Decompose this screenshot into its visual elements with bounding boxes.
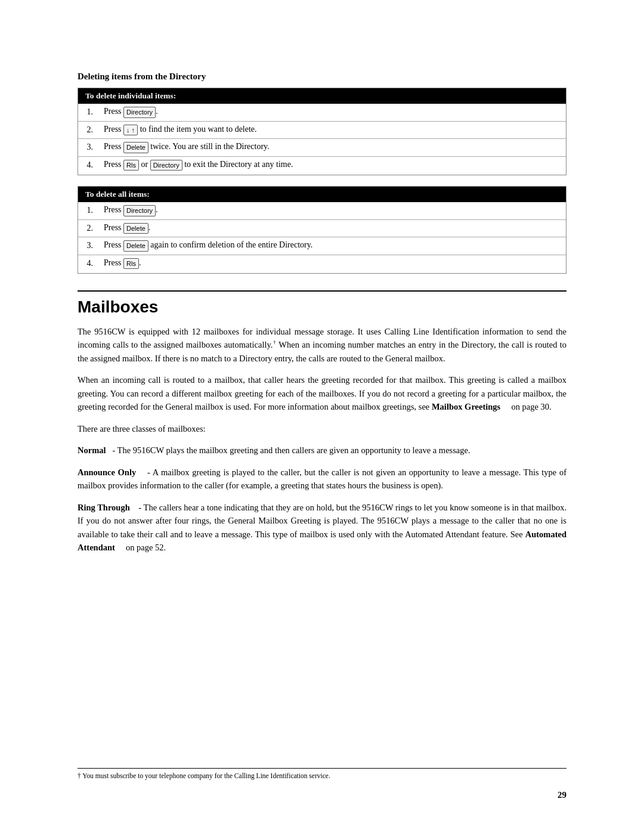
delete-individual-box: To delete individual items: 1. Press Dir… [78, 88, 566, 175]
step-num: 2. [78, 219, 99, 237]
press-label: Press [104, 160, 122, 169]
step-content: Press Delete twice. You are still in the… [99, 139, 566, 157]
press-label: Press [104, 142, 122, 151]
mailboxes-para1: The 9516CW is equipped with 12 mailboxes… [78, 325, 566, 365]
normal-para: Normal - The 9516CW plays the mailbox gr… [78, 444, 566, 457]
table-row: 3. Press Delete twice. You are still in … [78, 139, 566, 157]
press-label: Press [104, 107, 122, 116]
delete-all-box: To delete all items: 1. Press Directory.… [78, 186, 566, 274]
delete-key2: Delete [123, 223, 148, 234]
step-content: Press Delete. [99, 219, 566, 237]
table-row: 1. Press Directory. [78, 202, 566, 219]
footnote-text: † You must subscribe to your telephone c… [78, 772, 330, 779]
step-content: Press Directory. [99, 104, 566, 121]
normal-term: Normal [78, 445, 106, 455]
step-num: 4. [78, 255, 99, 272]
step-num: 3. [78, 237, 99, 255]
mailbox-greetings-link: Mailbox Greetings [432, 402, 500, 411]
page-number: 29 [558, 790, 566, 800]
press-label: Press [104, 223, 122, 232]
footnote-area: † You must subscribe to your telephone c… [78, 768, 566, 779]
rls-key: Rls [123, 160, 139, 171]
announce-term: Announce Only [78, 467, 136, 477]
table-row: 3. Press Delete again to confirm deletio… [78, 237, 566, 255]
directory-key3: Directory [123, 205, 156, 216]
step-num: 3. [78, 139, 99, 157]
step-num: 1. [78, 202, 99, 219]
table-row: 2. Press Delete. [78, 219, 566, 237]
delete-individual-header: To delete individual items: [78, 88, 566, 104]
table-row: 2. Press ↓ ↑ to find the item you want t… [78, 121, 566, 139]
ring-through-term: Ring Through [78, 503, 130, 512]
step-content: Press Directory. [99, 202, 566, 219]
delete-all-steps: 1. Press Directory. 2. Press Delete. 3. … [78, 202, 566, 272]
delete-key3: Delete [123, 240, 148, 252]
table-row: 4. Press Rls. [78, 255, 566, 272]
delete-all-header: To delete all items: [78, 187, 566, 202]
directory-key: Directory [123, 107, 156, 118]
announce-para: Announce Only - A mailbox greeting is pl… [78, 466, 566, 493]
rls-key2: Rls [123, 258, 139, 270]
table-row: 1. Press Directory. [78, 104, 566, 121]
delete-key: Delete [123, 142, 148, 153]
directory-key2: Directory [150, 160, 182, 171]
step-content: Press ↓ ↑ to find the item you want to d… [99, 121, 566, 139]
step-num: 2. [78, 121, 99, 139]
press-label: Press [104, 205, 122, 214]
mailboxes-para2: When an incoming call is routed to a mai… [78, 373, 566, 413]
mailboxes-heading: Mailboxes [78, 290, 566, 317]
step-content: Press Rls or Directory to exit the Direc… [99, 156, 566, 174]
step-content: Press Delete again to confirm deletion o… [99, 237, 566, 255]
section-heading: Deleting items from the Directory [78, 72, 566, 82]
press-label: Press [104, 240, 122, 249]
mailboxes-para3: There are three classes of mailboxes: [78, 422, 566, 435]
step-content: Press Rls. [99, 255, 566, 272]
page-content: Deleting items from the Directory To del… [0, 0, 644, 611]
nav-key: ↓ ↑ [123, 125, 138, 136]
step-num: 1. [78, 104, 99, 121]
press-label: Press [104, 125, 122, 134]
step-num: 4. [78, 156, 99, 174]
ring-through-para: Ring Through - The callers hear a tone i… [78, 501, 566, 555]
table-row: 4. Press Rls or Directory to exit the Di… [78, 156, 566, 174]
footnote-mark: † [273, 340, 276, 346]
press-label: Press [104, 258, 122, 267]
delete-individual-steps: 1. Press Directory. 2. Press ↓ ↑ to find… [78, 104, 566, 174]
automated-attendant-link: Automated Attendant [78, 529, 566, 552]
